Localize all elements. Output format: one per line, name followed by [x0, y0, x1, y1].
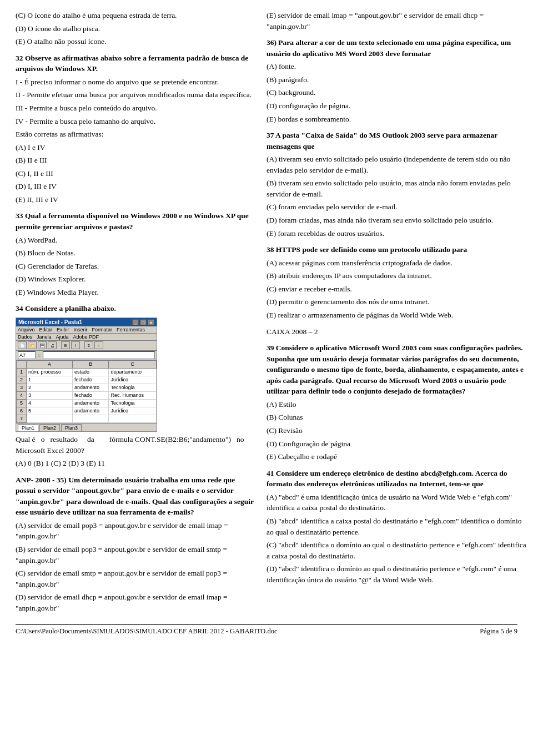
- cell-b1[interactable]: estado: [73, 368, 109, 376]
- menu-arquivo[interactable]: Arquivo: [18, 327, 35, 332]
- tb-print[interactable]: 🖨: [48, 341, 57, 349]
- cell-c1[interactable]: departamento: [109, 368, 157, 376]
- maximize-btn[interactable]: □: [140, 319, 147, 325]
- q32-a: (A) I e IV: [16, 142, 257, 153]
- q41-text: 41 Considere um endereço eletrônico de d…: [266, 468, 527, 490]
- cell-b5[interactable]: andamento: [73, 399, 109, 407]
- q38-d: (D) permitir o gerenciamento dos nós de …: [266, 296, 527, 308]
- q38-block: 38 HTTPS pode ser definido como um proto…: [266, 244, 527, 320]
- q35-d: (D) servidor de email dhcp = anpout.gov.…: [16, 592, 257, 613]
- col-header-a: A: [27, 360, 73, 368]
- tb-new[interactable]: 📄: [18, 341, 27, 349]
- q34-question: Qual é o resultado da fórmula CONT.SE(B2…: [16, 434, 257, 456]
- tab-plan3[interactable]: Plan3: [61, 424, 82, 431]
- q32-iii: III - Permite a busca pelo conteúdo do a…: [16, 103, 257, 114]
- cell-c3[interactable]: Tecnologia: [109, 384, 157, 391]
- menu-formatar[interactable]: Formatar: [92, 327, 113, 332]
- q35-text: ANP- 2008 - 35) Um determinado usuário t…: [16, 475, 257, 518]
- q36-a: (A) fonte.: [266, 61, 527, 72]
- row-num-1: 1: [17, 368, 27, 376]
- q33-a: (A) WordPad.: [16, 235, 257, 246]
- q39-c: (C) Revisão: [266, 425, 527, 436]
- table-row: 4 3 fechado Rec. Humanos: [17, 391, 157, 399]
- table-row: 5 4 andamento Tecnologia: [17, 399, 157, 407]
- menu-adobepdf[interactable]: Adobe PDF: [73, 334, 99, 340]
- table-row: 3 2 andamento Tecnologia: [17, 384, 157, 391]
- q32-e2: (E) II, III e IV: [16, 194, 257, 205]
- q32-text: 32 Observe as afirmativas abaixo sobre a…: [16, 53, 257, 74]
- q32-correct: Estão corretas as afirmativas:: [16, 129, 257, 140]
- menu-editar[interactable]: Editar: [39, 327, 53, 332]
- tab-plan1[interactable]: Plan1: [18, 424, 38, 431]
- tb-italic[interactable]: I: [71, 341, 80, 349]
- q33-block: 33 Qual a ferramenta disponível no Windo…: [16, 210, 257, 298]
- q33-text: 33 Qual a ferramenta disponível no Windo…: [16, 210, 257, 232]
- table-row: 1 núm. processo estado departamento: [17, 368, 157, 376]
- q37-e: (E) foram recebidas de outros usuários.: [266, 228, 527, 239]
- q34-text: 34 Considere a planilha abaixo.: [16, 303, 257, 314]
- q35-c: (C) servidor de email smtp = anpout.gov.…: [16, 568, 257, 589]
- q41-block: 41 Considere um endereço eletrônico de d…: [266, 468, 527, 586]
- excel-toolbar: 📄 📂 💾 🖨 B I Σ ↑: [16, 341, 157, 351]
- cell-a2[interactable]: 1: [27, 376, 73, 384]
- close-btn[interactable]: ×: [148, 319, 154, 325]
- page-footer: C:\Users\Paulo\Documents\SIMULADOS\SIMUL…: [16, 624, 517, 636]
- excel-table: A B C 1 núm. processo estado: [16, 360, 157, 423]
- q38-c: (C) enviar e receber e-mails.: [266, 284, 527, 295]
- tab-plan2[interactable]: Plan2: [39, 424, 60, 431]
- cell-c6[interactable]: Jurídico: [109, 407, 157, 415]
- cell-a7[interactable]: [27, 415, 73, 422]
- excel-name-box[interactable]: A7: [18, 351, 36, 359]
- q32-main: 32 Observe as afirmativas abaixo sobre a…: [16, 53, 257, 205]
- menu-ajuda[interactable]: Ajuda: [56, 334, 69, 340]
- col-header-b: B: [73, 360, 109, 368]
- cell-b6[interactable]: andamento: [73, 407, 109, 415]
- excel-formula-input[interactable]: [43, 351, 155, 359]
- cell-a4[interactable]: 3: [27, 391, 73, 399]
- footer-path: C:\Users\Paulo\Documents\SIMULADOS\SIMUL…: [16, 627, 278, 636]
- excel-menu-row2: Dados Janela Ajuda Adobe PDF: [16, 334, 157, 341]
- tb-sum[interactable]: Σ: [84, 341, 93, 349]
- cell-b2[interactable]: fechado: [73, 376, 109, 384]
- q38-e: (E) realizar o armazenamento de páginas …: [266, 310, 527, 321]
- formula-equals: =: [38, 352, 41, 358]
- q32-d: (D) O ícone do atalho pisca.: [16, 23, 257, 34]
- q36-text: 36) Para alterar a cor de um texto selec…: [266, 37, 527, 59]
- cell-c5[interactable]: Tecnologia: [109, 399, 157, 407]
- q35-e: (E) servidor de email imap = "anpout.gov…: [266, 10, 527, 32]
- menu-ferramentas[interactable]: Ferramentas: [117, 327, 145, 332]
- menu-exibir[interactable]: Exibir: [57, 327, 69, 332]
- cell-b4[interactable]: fechado: [73, 391, 109, 399]
- cell-a5[interactable]: 4: [27, 399, 73, 407]
- q33-b: (B) Bloco de Notas.: [16, 248, 257, 259]
- row-num-2: 2: [17, 376, 27, 384]
- q32-block: (C) O ícone do atalho é uma pequena estr…: [16, 10, 257, 47]
- q39-text: 39 Considere o aplicativo Microsoft Word…: [266, 342, 527, 397]
- menu-dados[interactable]: Dados: [18, 334, 32, 340]
- cell-a6[interactable]: 5: [27, 407, 73, 415]
- caixa-label: CAIXA 2008 – 2: [266, 326, 527, 337]
- minimize-btn[interactable]: _: [132, 319, 139, 325]
- q34-block: 34 Considere a planilha abaixo. Microsof…: [16, 303, 257, 468]
- tb-bold[interactable]: B: [61, 341, 70, 349]
- q41-a: (A) "abcd" é uma identificação única de …: [266, 492, 527, 513]
- q33-e: (E) Windows Media Player.: [16, 287, 257, 298]
- cell-c4[interactable]: Rec. Humanos: [109, 391, 157, 399]
- cell-b3[interactable]: andamento: [73, 384, 109, 391]
- q37-d: (D) foram criadas, mas ainda não tiveram…: [266, 215, 527, 226]
- cell-a1[interactable]: núm. processo: [27, 368, 73, 376]
- cell-c2[interactable]: Jurídico: [109, 376, 157, 384]
- cell-c7[interactable]: [109, 415, 157, 422]
- menu-janela[interactable]: Janela: [37, 334, 52, 340]
- cell-a3[interactable]: 2: [27, 384, 73, 391]
- tb-sort[interactable]: ↑: [94, 341, 103, 349]
- tb-save[interactable]: 💾: [38, 341, 47, 349]
- table-row: 6 5 andamento Jurídico: [17, 407, 157, 415]
- tb-open[interactable]: 📂: [28, 341, 37, 349]
- right-column: (E) servidor de email imap = "anpout.gov…: [266, 10, 527, 619]
- excel-sheet-tabs: Plan1 Plan2 Plan3: [16, 423, 157, 431]
- menu-inserir[interactable]: Inserir: [74, 327, 88, 332]
- q41-d: (D) "abcd" identifica o domínio ao qual …: [266, 563, 527, 585]
- cell-b7[interactable]: [73, 415, 109, 422]
- col-header-c: C: [109, 360, 157, 368]
